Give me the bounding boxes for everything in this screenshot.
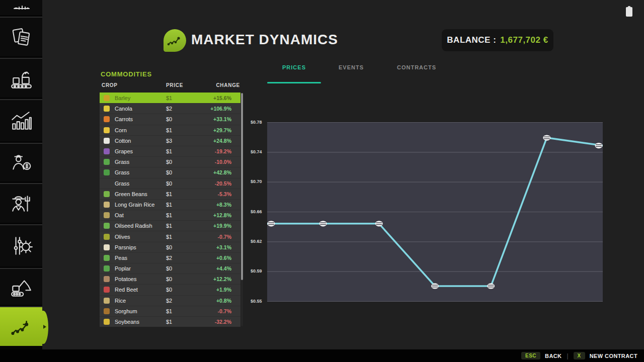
crop-name: Cotton xyxy=(115,138,166,144)
commodity-row-corn[interactable]: Corn$1+29.7% xyxy=(100,125,240,135)
crop-price: $1 xyxy=(166,191,209,197)
data-point-marker xyxy=(595,143,603,148)
carrots-crop-icon xyxy=(104,116,110,122)
hint-back[interactable]: BACK xyxy=(545,353,561,359)
y-tick-label: $0.74 xyxy=(251,149,267,154)
data-point-marker xyxy=(375,221,383,226)
column-price: PRICE xyxy=(166,82,209,90)
sidebar-item-production[interactable] xyxy=(0,58,42,98)
crop-change: +0.8% xyxy=(209,298,240,304)
crop-name: Green Beans xyxy=(115,191,166,197)
crop-price: $0 xyxy=(166,244,209,250)
crop-name: Long Grain Rice xyxy=(115,202,166,208)
data-point-marker xyxy=(431,283,439,289)
sidebar-item-documents[interactable] xyxy=(0,17,42,56)
grapes-crop-icon xyxy=(104,148,110,154)
commodity-row-red-beet[interactable]: Red Beet$0+1.9% xyxy=(100,284,240,295)
commodity-row-long-grain-rice[interactable]: Long Grain Rice$1+8.3% xyxy=(100,199,240,210)
crop-name: Oilseed Radish xyxy=(115,223,166,229)
sidebar-item-statistics[interactable] xyxy=(0,99,42,141)
sidebar-item-market-dynamics[interactable] xyxy=(0,306,42,346)
crop-change: +12.8% xyxy=(209,212,240,218)
commodity-row-grass[interactable]: Grass$0+42.8% xyxy=(100,167,240,177)
crop-name: Canola xyxy=(115,106,166,112)
sidebar-item-sales[interactable] xyxy=(0,143,42,182)
commodity-row-canola[interactable]: Canola$2+106.9% xyxy=(100,103,240,114)
sidebar-item-machinery[interactable] xyxy=(0,268,42,305)
crop-name: Olives xyxy=(115,234,166,240)
commodity-row-grapes[interactable]: Grapes$1-19.2% xyxy=(100,146,240,156)
trend-leaf-icon xyxy=(164,29,186,52)
commodity-row-green-beans[interactable]: Green Beans$1-5.3% xyxy=(100,189,240,199)
commodity-row-carrots[interactable]: Carrots$0+33.1% xyxy=(100,114,240,124)
commodity-row-parsnips[interactable]: Parsnips$0+3.1% xyxy=(100,242,240,252)
commodity-row-grass[interactable]: Grass$0-20.5% xyxy=(100,178,240,189)
sidebar-item-farming[interactable] xyxy=(0,183,42,223)
commodity-row-barley[interactable]: Barley$1+15.6% xyxy=(100,93,240,103)
column-crop: CROP xyxy=(100,82,166,90)
commodity-row-oat[interactable]: Oat$1+12.8% xyxy=(100,210,240,220)
balance-label: BALANCE : xyxy=(447,35,496,45)
commodity-row-soybeans[interactable]: Soybeans$1-32.2% xyxy=(100,316,240,327)
crop-price: $0 xyxy=(166,169,209,175)
commodity-row-peas[interactable]: Peas$2+0.6% xyxy=(100,252,240,263)
crop-change: +4.4% xyxy=(209,265,240,272)
data-point-marker xyxy=(268,221,275,226)
potatoes-crop-icon xyxy=(104,276,110,282)
crop-price: $1 xyxy=(166,202,209,208)
tab-prices[interactable]: PRICES xyxy=(267,56,321,78)
cotton-crop-icon xyxy=(104,138,110,144)
scrollbar-thumb[interactable] xyxy=(241,93,243,280)
sidebar-item-overview[interactable] xyxy=(0,0,42,15)
oat-crop-icon xyxy=(104,212,110,218)
oilseed-radish-crop-icon xyxy=(104,223,110,229)
crop-change: +0.6% xyxy=(209,255,240,261)
tab-bar: PRICESEVENTSCONTRACTS xyxy=(267,56,452,78)
crop-change: +12.2% xyxy=(209,276,240,282)
commodity-row-rice[interactable]: Rice$2+0.8% xyxy=(100,295,240,306)
crop-price: $1 xyxy=(166,95,209,101)
barley-crop-icon xyxy=(104,95,110,101)
crop-name: Grass xyxy=(115,169,166,175)
commodities-scrollbar[interactable] xyxy=(241,93,243,326)
production-icon xyxy=(10,67,33,90)
tuning-icon xyxy=(10,234,33,257)
column-change: CHANGE xyxy=(209,82,240,90)
poplar-crop-icon xyxy=(104,265,110,272)
excavator-icon xyxy=(10,276,33,299)
parsnips-crop-icon xyxy=(104,244,110,250)
keycap-esc[interactable]: ESC xyxy=(521,352,540,359)
crop-price: $0 xyxy=(166,159,209,165)
sidebar xyxy=(0,0,42,362)
sidebar-item-settings[interactable] xyxy=(0,224,42,266)
balance-badge: BALANCE : 1,677,702 € xyxy=(442,29,553,51)
crop-price: $1 xyxy=(166,212,209,218)
crop-change: +1.9% xyxy=(209,287,240,293)
commodity-row-grass[interactable]: Grass$0-10.0% xyxy=(100,156,240,167)
farmer-icon xyxy=(10,192,33,215)
tab-contracts[interactable]: CONTRACTS xyxy=(381,56,452,78)
crop-change: -20.5% xyxy=(209,180,240,187)
hint-new-contract[interactable]: NEW CONTRACT xyxy=(590,353,637,359)
commodity-row-potatoes[interactable]: Potatoes$0+12.2% xyxy=(100,274,240,284)
crop-name: Parsnips xyxy=(115,244,166,250)
price-chart xyxy=(267,122,603,302)
crop-name: Barley xyxy=(115,95,166,101)
commodity-row-sorghum[interactable]: Sorghum$1-0.7% xyxy=(100,306,240,316)
crop-price: $3 xyxy=(166,138,209,144)
crop-price: $0 xyxy=(166,276,209,282)
crop-price: $0 xyxy=(166,287,209,293)
crop-change: +3.1% xyxy=(209,244,240,250)
tab-events[interactable]: EVENTS xyxy=(321,56,381,78)
crop-price: $1 xyxy=(166,308,209,314)
crop-change: +24.8% xyxy=(209,138,240,144)
canola-crop-icon xyxy=(104,106,110,112)
commodity-row-oilseed-radish[interactable]: Oilseed Radish$1+19.9% xyxy=(100,220,240,231)
commodity-row-poplar[interactable]: Poplar$0+4.4% xyxy=(100,263,240,274)
keycap-x[interactable]: X xyxy=(574,352,585,359)
commodity-row-olives[interactable]: Olives$1-0.7% xyxy=(100,231,240,241)
crop-price: $1 xyxy=(166,148,209,154)
crop-price: $1 xyxy=(166,234,209,240)
crop-change: -0.7% xyxy=(209,234,240,240)
commodity-row-cotton[interactable]: Cotton$3+24.8% xyxy=(100,135,240,146)
